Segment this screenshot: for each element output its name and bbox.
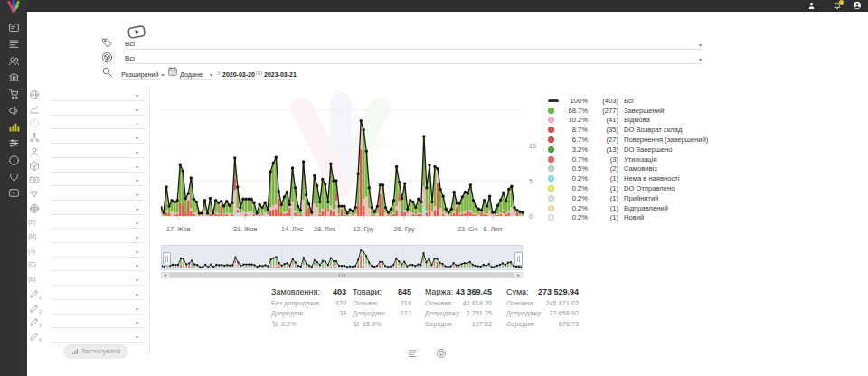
filter-dropdown[interactable] (50, 315, 145, 328)
chevron-down-icon[interactable]: ▾ (699, 57, 702, 62)
app-logo[interactable] (4, 0, 24, 14)
orders-chart[interactable] (161, 86, 526, 223)
chart-scrollbar[interactable]: ◂ ▸ (161, 272, 523, 278)
chevron-down-icon[interactable]: ▾ (136, 206, 138, 212)
chevron-down-icon[interactable]: ▾ (136, 92, 138, 99)
filter-dropdown[interactable] (50, 287, 145, 300)
legend-item-12[interactable]: 0.2%(1)Новий (548, 213, 708, 223)
date-field-select[interactable]: Додане ▾ (180, 66, 212, 80)
sidebar-item-support[interactable] (0, 168, 27, 184)
sidebar-item-bar-chart[interactable] (0, 118, 27, 135)
apply-filters-button[interactable]: Застосувати (63, 344, 128, 359)
date-to-input[interactable]: 2023-03-21 (264, 66, 295, 80)
filter-dropdown[interactable] (50, 117, 145, 129)
stats-subrow: Допродані:127 (353, 309, 411, 317)
legend-marker-shape (548, 165, 554, 172)
chevron-down-icon[interactable]: ▾ (136, 120, 138, 127)
legend-count: (27) (588, 136, 618, 144)
filter-dropdown[interactable] (50, 103, 145, 116)
filter-row-chart-line: ▾ (28, 103, 146, 118)
summary-stats: Замовлення:403Без допродажів:370Допродан… (271, 287, 583, 342)
sidebar-item-list[interactable] (0, 35, 27, 52)
chevron-down-icon[interactable]: ▾ (136, 277, 138, 283)
sidebar-item-cart[interactable] (0, 85, 27, 101)
legend-count: (13) (588, 146, 618, 154)
legend-item-4[interactable]: 6.7%(27)Повернення (завершений) (548, 135, 708, 145)
scroll-right-icon[interactable]: ▸ (517, 272, 520, 278)
legend-item-0[interactable]: 100%(403)Всі (548, 96, 708, 106)
chevron-down-icon[interactable]: ▾ (136, 319, 138, 325)
sidebar-item-sliders[interactable] (0, 135, 27, 151)
avatar[interactable] (853, 1, 862, 10)
chevron-down-icon[interactable]: ▾ (136, 107, 138, 113)
legend-item-11[interactable]: 0.2%(1)Відправлений (548, 203, 708, 213)
filter-dropdown[interactable] (50, 245, 145, 258)
filter-dropdown[interactable] (50, 188, 145, 201)
sidebar-item-video[interactable] (0, 184, 27, 201)
filter-dropdown[interactable] (50, 89, 145, 101)
legend-item-8[interactable]: 0.2%(1)Нема в наявності (548, 174, 708, 183)
legend-item-2[interactable]: 10.2%(41)Відмова (548, 116, 708, 126)
legend-item-7[interactable]: 0.5%(2)Самовивіз (548, 164, 708, 174)
navigator-handle-right[interactable] (514, 252, 523, 266)
chevron-down-icon[interactable]: ▾ (136, 262, 138, 268)
legend-count: (1) (588, 204, 618, 212)
stats-title: Сума: (506, 287, 529, 296)
filter-dropdown[interactable] (50, 202, 145, 215)
chevron-down-icon[interactable]: ▾ (136, 177, 138, 183)
filter-dropdown[interactable] (50, 230, 145, 243)
filter-dropdown[interactable] (50, 131, 145, 144)
chevron-down-icon[interactable]: ▾ (136, 220, 138, 226)
legend-item-5[interactable]: 3.2%(13)DO Завершено (548, 145, 708, 155)
user-icon[interactable] (807, 2, 816, 10)
scrollbar-thumb[interactable] (169, 273, 514, 277)
products-filter-field[interactable]: Всі ▾ (125, 51, 702, 64)
calendar-icon[interactable]: 17 (167, 66, 178, 77)
navigator-handle-left[interactable] (163, 252, 171, 266)
bar-chart-icon (8, 121, 20, 133)
chevron-down-icon[interactable]: ▾ (136, 306, 138, 312)
filter-dropdown[interactable] (50, 273, 145, 286)
legend-marker (548, 99, 561, 102)
legend-item-6[interactable]: 0.7%(3)Утилізація (548, 155, 708, 164)
list-view-icon[interactable] (407, 348, 418, 359)
filter-dropdown[interactable] (50, 302, 145, 315)
filter-dropdown[interactable] (50, 330, 145, 343)
chevron-down-icon[interactable]: ▾ (210, 72, 212, 78)
products-view-icon[interactable] (436, 348, 447, 359)
legend-percent: 10.2% (561, 116, 588, 124)
filter-dropdown[interactable] (50, 146, 145, 158)
chevron-down-icon[interactable]: ▾ (136, 192, 138, 198)
chart-navigator[interactable] (161, 245, 523, 270)
search-icon[interactable] (101, 66, 113, 78)
search-mode-select[interactable]: Розширений ▾ (121, 66, 161, 80)
sidebar-item-megaphone[interactable] (0, 102, 27, 118)
filter-row-pencil3: 3▾ (28, 315, 146, 330)
sidebar-item-info[interactable] (0, 152, 27, 168)
chevron-down-icon[interactable]: ▾ (136, 234, 138, 240)
chevron-down-icon[interactable]: ▾ (136, 135, 138, 141)
sidebar-item-users[interactable] (0, 52, 27, 69)
sidebar-item-dashboard[interactable] (0, 19, 27, 35)
date-from-input[interactable]: 2020-03-20 (222, 66, 253, 80)
sidebar-item-store[interactable] (0, 69, 27, 85)
legend-percent: 0.2% (561, 204, 588, 212)
chevron-down-icon[interactable]: ▾ (136, 249, 138, 255)
statuses-filter-field[interactable]: Всі ▾ (125, 36, 702, 50)
chevron-down-icon[interactable]: ▾ (161, 72, 164, 78)
filter-dropdown[interactable] (50, 258, 145, 271)
chevron-down-icon[interactable]: ▾ (136, 334, 138, 340)
legend-item-9[interactable]: 0.2%(1)DO Отправлено (548, 183, 708, 193)
filter-dropdown[interactable] (50, 216, 145, 229)
scroll-left-icon[interactable]: ◂ (164, 272, 166, 278)
filter-dropdown[interactable] (50, 160, 145, 173)
legend-item-3[interactable]: 8.7%(35)DO Возврат склад (548, 125, 708, 135)
chevron-down-icon[interactable]: ▾ (136, 149, 138, 155)
legend-item-10[interactable]: 0.2%(1)Прийнятий (548, 193, 708, 203)
chevron-down-icon[interactable]: ▾ (699, 42, 702, 48)
chevron-down-icon[interactable]: ▾ (136, 164, 138, 170)
chevron-down-icon[interactable]: ▾ (136, 291, 138, 297)
filter-dropdown[interactable] (50, 174, 145, 186)
list-icon (8, 38, 20, 50)
legend-item-1[interactable]: 68.7%(277)Завершений (548, 106, 708, 116)
